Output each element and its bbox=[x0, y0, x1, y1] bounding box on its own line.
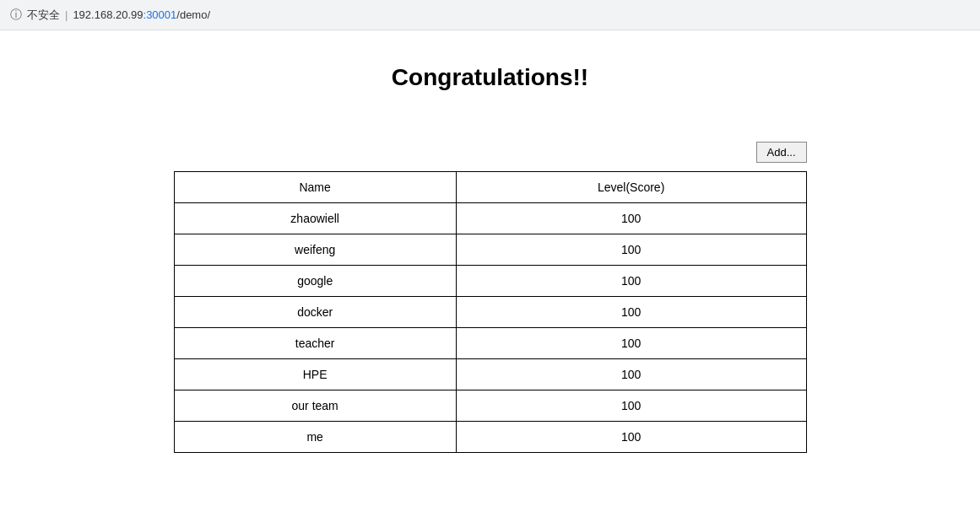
browser-address-bar: ⓘ 不安全 | 192.168.20.99:30001/demo/ bbox=[0, 0, 980, 30]
security-icon: ⓘ bbox=[10, 8, 22, 23]
cell-name: HPE bbox=[174, 359, 456, 390]
add-button[interactable]: Add... bbox=[756, 142, 807, 163]
url-port: :30001 bbox=[143, 8, 177, 21]
page-title: Congratulations!! bbox=[392, 64, 588, 91]
cell-score: 100 bbox=[456, 297, 806, 328]
separator: | bbox=[65, 8, 68, 21]
table-header-row: Name Level(Score) bbox=[174, 172, 806, 203]
table-row: zhaowiell100 bbox=[174, 203, 806, 234]
url-path: /demo/ bbox=[176, 8, 210, 21]
cell-score: 100 bbox=[456, 266, 806, 297]
security-label: 不安全 bbox=[27, 8, 60, 23]
table-row: me100 bbox=[174, 422, 806, 453]
cell-name: google bbox=[174, 266, 456, 297]
cell-name: me bbox=[174, 422, 456, 453]
score-table: Name Level(Score) zhaowiell100weifeng100… bbox=[174, 171, 807, 453]
url-bar[interactable]: 192.168.20.99:30001/demo/ bbox=[73, 8, 210, 21]
column-header-name: Name bbox=[174, 172, 456, 203]
cell-score: 100 bbox=[456, 390, 806, 422]
cell-name: our team bbox=[174, 390, 456, 422]
table-row: teacher100 bbox=[174, 328, 806, 359]
table-body: zhaowiell100weifeng100google100docker100… bbox=[174, 203, 806, 453]
cell-name: teacher bbox=[174, 328, 456, 359]
table-row: weifeng100 bbox=[174, 234, 806, 266]
url-host: 192.168.20.99 bbox=[73, 8, 143, 21]
cell-name: docker bbox=[174, 297, 456, 328]
cell-score: 100 bbox=[456, 359, 806, 390]
cell-score: 100 bbox=[456, 328, 806, 359]
cell-name: zhaowiell bbox=[174, 203, 456, 234]
table-row: HPE100 bbox=[174, 359, 806, 390]
column-header-score: Level(Score) bbox=[456, 172, 806, 203]
add-button-container: Add... bbox=[174, 142, 807, 163]
cell-score: 100 bbox=[456, 203, 806, 234]
page-content: Congratulations!! Add... Name Level(Scor… bbox=[0, 30, 980, 487]
table-row: docker100 bbox=[174, 297, 806, 328]
cell-name: weifeng bbox=[174, 234, 456, 266]
table-row: google100 bbox=[174, 266, 806, 297]
cell-score: 100 bbox=[456, 234, 806, 266]
cell-score: 100 bbox=[456, 422, 806, 453]
table-row: our team100 bbox=[174, 390, 806, 422]
